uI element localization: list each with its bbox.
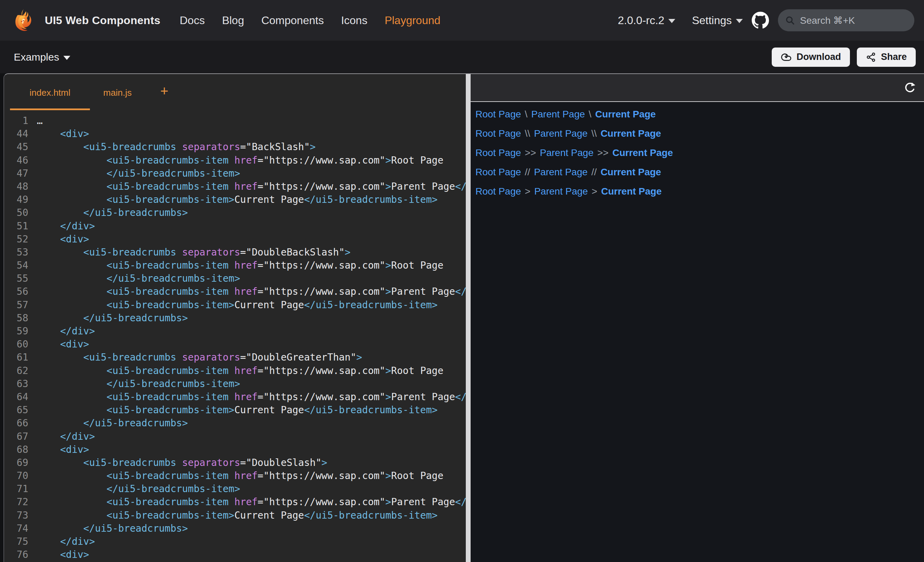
nav-item-blog[interactable]: Blog xyxy=(222,14,244,27)
code-line[interactable]: 52 <div> xyxy=(4,233,466,246)
breadcrumb-link[interactable]: Parent Page xyxy=(534,186,588,196)
code-text: <ui5-breadcrumbs-item href="https://www.… xyxy=(37,260,443,271)
code-line[interactable]: 1… xyxy=(4,114,466,127)
code-line[interactable]: 58 </ui5-breadcrumbs> xyxy=(4,312,466,325)
line-number: 67 xyxy=(4,430,28,443)
breadcrumb-separator: >> xyxy=(597,147,609,158)
code-text: <div> xyxy=(37,128,89,139)
code-line[interactable]: 55 </ui5-breadcrumbs-item> xyxy=(4,272,466,285)
download-button[interactable]: Download xyxy=(772,48,850,67)
line-number: 68 xyxy=(4,443,28,456)
code-line[interactable]: 65 <ui5-breadcrumbs-item>Current Page</u… xyxy=(4,403,466,417)
code-line[interactable]: 53 <ui5-breadcrumbs separators="DoubleBa… xyxy=(4,246,466,259)
code-text: <ui5-breadcrumbs separators="BackSlash"> xyxy=(37,141,316,153)
breadcrumb-link[interactable]: Root Page xyxy=(476,167,521,177)
code-text: <ui5-breadcrumbs-item href="https://www.… xyxy=(37,496,466,508)
code-line[interactable]: 63 </ui5-breadcrumbs-item> xyxy=(4,378,466,391)
code-line[interactable]: 44 <div> xyxy=(4,127,466,141)
examples-dropdown[interactable]: Examples xyxy=(14,51,70,63)
code-line[interactable]: 54 <ui5-breadcrumbs-item href="https://w… xyxy=(4,259,466,272)
editor-tab-main.js[interactable]: main.js xyxy=(90,74,145,110)
code-text: <ui5-breadcrumbs separators="DoubleBackS… xyxy=(37,247,350,258)
preview-toolbar xyxy=(471,74,924,102)
line-number: 51 xyxy=(4,220,28,233)
code-line[interactable]: 57 <ui5-breadcrumbs-item>Current Page</u… xyxy=(4,298,466,312)
nav-item-docs[interactable]: Docs xyxy=(180,14,205,27)
breadcrumb-link[interactable]: Root Page xyxy=(476,147,521,158)
breadcrumb-link[interactable]: Root Page xyxy=(476,186,521,196)
code-line[interactable]: 47 </ui5-breadcrumbs-item> xyxy=(4,167,466,180)
line-number: 64 xyxy=(4,391,28,403)
breadcrumb-separator: \\ xyxy=(591,128,597,139)
line-number: 76 xyxy=(4,548,28,561)
code-area[interactable]: 1…44 <div>45 <ui5-breadcrumbs separators… xyxy=(4,110,466,561)
breadcrumb-link[interactable]: Parent Page xyxy=(531,109,585,120)
code-line[interactable]: 69 <ui5-breadcrumbs separators="DoubleSl… xyxy=(4,456,466,469)
ui5-phoenix-logo-icon[interactable] xyxy=(12,8,36,32)
code-text: <ui5-breadcrumbs separators="DoubleSlash… xyxy=(37,457,327,468)
code-line[interactable]: 73 <ui5-breadcrumbs-item>Current Page</u… xyxy=(4,509,466,522)
code-line[interactable]: 74 </ui5-breadcrumbs> xyxy=(4,522,466,535)
code-text: <ui5-breadcrumbs-item href="https://www.… xyxy=(37,391,466,403)
code-line[interactable]: 64 <ui5-breadcrumbs-item href="https://w… xyxy=(4,391,466,403)
code-line[interactable]: 59 </div> xyxy=(4,325,466,338)
nav-item-icons[interactable]: Icons xyxy=(341,14,367,27)
line-number: 58 xyxy=(4,312,28,325)
breadcrumb-separator: \ xyxy=(589,109,591,120)
line-number: 55 xyxy=(4,272,28,285)
line-number: 59 xyxy=(4,325,28,338)
nav-item-components[interactable]: Components xyxy=(261,14,324,27)
breadcrumb-link[interactable]: Root Page xyxy=(476,128,521,139)
share-nodes-icon xyxy=(866,52,876,62)
pane-resize-handle[interactable] xyxy=(466,74,471,562)
code-text: <ui5-breadcrumbs-item href="https://www.… xyxy=(37,154,443,166)
code-editor[interactable]: index.htmlmain.js+ 1…44 <div>45 <ui5-bre… xyxy=(4,74,466,562)
code-line[interactable]: 50 </ui5-breadcrumbs> xyxy=(4,206,466,219)
code-line[interactable]: 75 </div> xyxy=(4,535,466,548)
code-text: </ui5-breadcrumbs> xyxy=(37,312,188,324)
github-icon[interactable] xyxy=(752,12,769,29)
code-text: <ui5-breadcrumbs-item>Current Page</ui5-… xyxy=(37,510,438,521)
search-input[interactable]: Search ⌘+K xyxy=(778,9,914,31)
breadcrumb-current-page: Current Page xyxy=(596,109,656,120)
breadcrumb-link[interactable]: Parent Page xyxy=(534,167,588,177)
editor-tab-index.html[interactable]: index.html xyxy=(10,74,90,110)
code-text: <ui5-breadcrumbs-item href="https://www.… xyxy=(37,181,466,192)
code-line[interactable]: 67 </div> xyxy=(4,430,466,443)
code-line[interactable]: 71 </ui5-breadcrumbs-item> xyxy=(4,483,466,496)
code-text: </ui5-breadcrumbs> xyxy=(37,523,188,534)
breadcrumb-current-page: Current Page xyxy=(600,167,661,177)
breadcrumb-link[interactable]: Parent Page xyxy=(534,128,588,139)
breadcrumb-separator: // xyxy=(525,167,530,177)
code-line[interactable]: 49 <ui5-breadcrumbs-item>Current Page</u… xyxy=(4,193,466,206)
share-button[interactable]: Share xyxy=(857,48,916,67)
code-line[interactable]: 51 </div> xyxy=(4,220,466,233)
code-text: … xyxy=(37,115,43,126)
breadcrumb-link[interactable]: Parent Page xyxy=(540,147,594,158)
code-line[interactable]: 76 <div> xyxy=(4,548,466,561)
code-line[interactable]: 61 <ui5-breadcrumbs separators="DoubleGr… xyxy=(4,351,466,364)
code-line[interactable]: 46 <ui5-breadcrumbs-item href="https://w… xyxy=(4,154,466,167)
code-line[interactable]: 60 <div> xyxy=(4,338,466,351)
nav-item-playground[interactable]: Playground xyxy=(384,14,440,27)
line-number: 74 xyxy=(4,522,28,535)
code-text: <div> xyxy=(37,444,89,455)
code-line[interactable]: 48 <ui5-breadcrumbs-item href="https://w… xyxy=(4,180,466,193)
code-text: <ui5-breadcrumbs-item href="https://www.… xyxy=(37,470,443,481)
code-line[interactable]: 56 <ui5-breadcrumbs-item href="https://w… xyxy=(4,285,466,298)
code-line[interactable]: 45 <ui5-breadcrumbs separators="BackSlas… xyxy=(4,141,466,154)
settings-dropdown[interactable]: Settings xyxy=(692,14,743,27)
refresh-icon[interactable] xyxy=(903,81,916,94)
code-text: </ui5-breadcrumbs-item> xyxy=(37,483,240,495)
code-line[interactable]: 66 </ui5-breadcrumbs> xyxy=(4,417,466,430)
line-number: 60 xyxy=(4,338,28,351)
code-line[interactable]: 70 <ui5-breadcrumbs-item href="https://w… xyxy=(4,469,466,483)
code-line[interactable]: 62 <ui5-breadcrumbs-item href="https://w… xyxy=(4,364,466,378)
code-line[interactable]: 72 <ui5-breadcrumbs-item href="https://w… xyxy=(4,496,466,509)
cloud-download-icon xyxy=(781,52,792,63)
line-number: 63 xyxy=(4,378,28,391)
version-dropdown[interactable]: 2.0.0-rc.2 xyxy=(618,14,675,27)
code-line[interactable]: 68 <div> xyxy=(4,443,466,456)
breadcrumb-link[interactable]: Root Page xyxy=(476,109,521,120)
add-tab-button[interactable]: + xyxy=(150,74,178,110)
